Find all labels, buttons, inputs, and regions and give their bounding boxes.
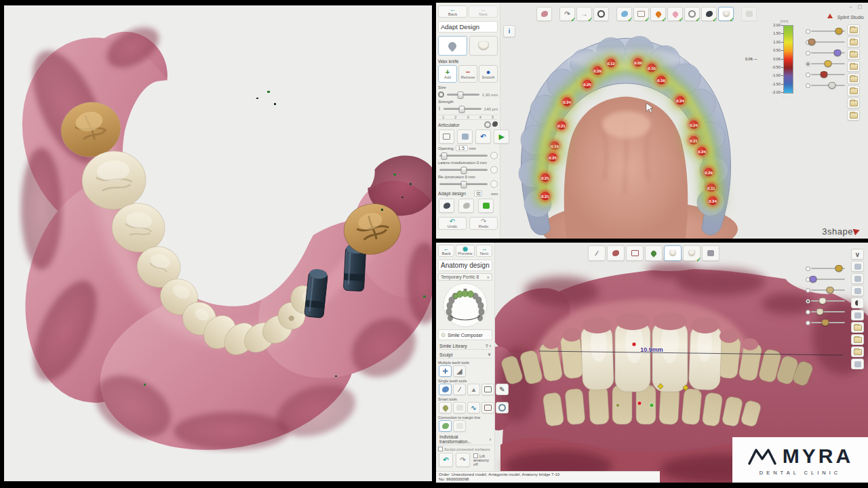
antagonist-visibility-slider[interactable]	[806, 317, 846, 328]
opening-reset-icon[interactable]	[490, 152, 498, 159]
transform-teeth-tool[interactable]: ✛	[439, 365, 452, 377]
sculpt-header[interactable]: Sculpt ∨	[438, 351, 492, 359]
radio-icon[interactable]	[806, 73, 810, 77]
undo-button[interactable]: ↶	[439, 453, 453, 467]
next-button[interactable]: → Next	[476, 245, 492, 257]
articulator-reset-button[interactable]: ↶	[475, 129, 491, 144]
smart-mirror-tool[interactable]	[496, 402, 509, 413]
lower-scan-visibility-slider[interactable]	[806, 274, 846, 285]
protrusion-reset-icon[interactable]	[490, 180, 498, 188]
layer-folder-icon-4[interactable]	[847, 61, 860, 72]
radio-icon[interactable]	[806, 310, 810, 314]
magnifier-icon[interactable]	[593, 7, 609, 21]
radio-icon[interactable]	[806, 299, 810, 304]
layer-folder-icon-3[interactable]	[847, 49, 860, 60]
carve-knife-icon[interactable]: ∕	[588, 245, 606, 261]
brush-tool[interactable]: ✎	[496, 384, 509, 395]
smart-blank-tool[interactable]	[453, 402, 466, 413]
flatten-tool[interactable]: ▴	[467, 384, 480, 395]
slider-knob-tooth-icon[interactable]	[835, 265, 843, 272]
wax-knife-tool-button[interactable]	[438, 36, 467, 56]
redo-button[interactable]: ↷	[456, 453, 470, 467]
contrast-icon[interactable]	[851, 298, 864, 308]
slider-knob-tooth-icon[interactable]	[816, 308, 823, 315]
layer-folder-icon-1[interactable]	[847, 24, 860, 35]
articulator-gear-icon[interactable]	[492, 121, 498, 127]
chevron-right-icon[interactable]: ›	[490, 344, 491, 348]
smile-composer-button[interactable]: ☺ Smile Composer ·	[438, 329, 492, 340]
layer-folder-icon-5[interactable]	[847, 73, 860, 84]
pink-drop-icon[interactable]: ✓	[667, 7, 683, 21]
gear-icon[interactable]: ✓	[684, 7, 700, 21]
layer-folder-icon-8[interactable]	[847, 110, 860, 121]
size-slider[interactable]	[447, 94, 479, 96]
radio-icon[interactable]	[806, 321, 810, 325]
preview-button[interactable]: ◉ Preview	[456, 245, 475, 257]
margin-line-icon[interactable]: ✓	[633, 7, 649, 21]
radio-icon[interactable]	[806, 29, 810, 34]
camera-icon[interactable]	[851, 310, 864, 321]
insertion-direction-icon[interactable]	[645, 245, 663, 261]
smile-library-header[interactable]: Smile Library ? ›	[438, 343, 492, 350]
smart-occlusion-tool[interactable]	[481, 402, 494, 413]
laterotrusion-slider[interactable]	[439, 169, 488, 171]
slider-knob-tooth-icon[interactable]	[826, 287, 833, 293]
collapse-chevron-icon[interactable]: ∨	[851, 249, 864, 260]
sphere-view-button[interactable]	[458, 199, 474, 213]
history-curve-icon[interactable]: ↷✓	[559, 7, 575, 21]
wax-smooth-button[interactable]: ● Smooth	[479, 65, 498, 83]
wax-add-button[interactable]: + Add	[438, 65, 457, 83]
next-button[interactable]: → Next	[469, 5, 498, 18]
slider-knob-tooth-icon[interactable]	[821, 319, 829, 326]
restoration-visibility-slider[interactable]	[806, 26, 846, 37]
opening-slider[interactable]	[439, 155, 488, 157]
morph-teeth-tool[interactable]: ◢	[453, 365, 466, 377]
tooth-chart[interactable]	[441, 282, 490, 328]
radio-icon[interactable]	[806, 62, 810, 66]
undo-button[interactable]: ↶ Undo	[438, 217, 467, 230]
carve-tool[interactable]: ∕	[453, 384, 466, 395]
spinner-arrows-icon[interactable]: ▲▼	[478, 191, 481, 197]
opening-value-box[interactable]: 1.5	[456, 145, 468, 151]
mill-preview-icon[interactable]	[702, 245, 719, 261]
slider-knob-tooth-icon[interactable]	[834, 49, 842, 56]
layer-folder-icon-1[interactable]	[851, 322, 864, 333]
sculpt-protected-checkbox[interactable]: Sculpt protected surfaces	[438, 447, 492, 451]
freeform-tool[interactable]	[439, 384, 452, 395]
slider-knob-tooth-icon[interactable]	[829, 82, 836, 89]
terrain-icon[interactable]	[851, 285, 864, 296]
upper-scan-visibility-slider[interactable]	[806, 263, 846, 274]
articulator-play-button[interactable]: ▶	[494, 129, 509, 144]
layer-folder-icon-3[interactable]	[851, 346, 864, 357]
approve-tooth-icon[interactable]: ✓	[683, 245, 701, 261]
back-button[interactable]: ← Back	[438, 245, 454, 257]
articulator-option-icon[interactable]	[484, 121, 491, 128]
radio-icon[interactable]	[806, 266, 810, 271]
adapt-design-value[interactable]: 0▲▼	[474, 190, 482, 197]
splint-visibility-slider[interactable]	[806, 47, 846, 58]
slider-knob-tooth-icon[interactable]	[818, 298, 826, 304]
layer-folder-icon-7[interactable]	[847, 98, 860, 108]
laterotrusion-reset-icon[interactable]	[490, 166, 498, 174]
slider-knob-tooth-icon[interactable]	[825, 60, 832, 67]
radio-icon[interactable]	[806, 83, 810, 88]
model-pose-icon[interactable]	[536, 7, 552, 21]
margin-connect-tool[interactable]	[439, 420, 452, 432]
layers-button[interactable]	[478, 199, 494, 213]
splint-tooth-icon[interactable]: ✓	[718, 7, 734, 21]
slider-track[interactable]	[811, 300, 845, 302]
slider-knob-tooth-icon[interactable]	[820, 71, 827, 78]
settings-icon[interactable]	[851, 359, 864, 369]
ruler-icon[interactable]	[851, 273, 864, 284]
anatomy-tooth-icon[interactable]	[664, 245, 682, 261]
globe-view-button[interactable]	[439, 199, 454, 213]
radio-icon[interactable]	[806, 288, 810, 293]
adapt-tool-button[interactable]	[469, 36, 498, 56]
help-icon[interactable]: ?	[486, 344, 488, 348]
pre-preparation-visibility-slider[interactable]	[806, 285, 846, 296]
scan-post-icon[interactable]: ✓	[701, 7, 717, 21]
info-button[interactable]: i	[503, 25, 515, 37]
lower-jaw-scan-viewport[interactable]	[4, 5, 432, 481]
size-preset-ruler[interactable]: 12345	[438, 115, 498, 120]
slider-knob-tooth-icon[interactable]	[808, 39, 815, 45]
